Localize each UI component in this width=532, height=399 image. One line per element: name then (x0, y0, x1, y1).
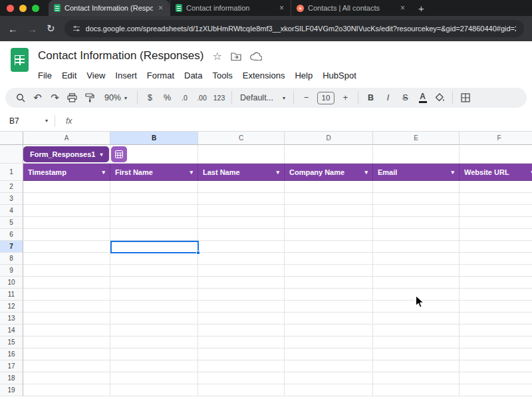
cell-A19[interactable] (23, 384, 110, 396)
cell-E15[interactable] (373, 336, 460, 348)
cell-C8[interactable] (198, 253, 285, 265)
cell-B2[interactable] (110, 181, 198, 193)
cell-D7[interactable] (285, 241, 373, 253)
italic-button[interactable]: I (380, 90, 396, 106)
row-header-18[interactable]: 18 (0, 372, 23, 384)
row-header-14[interactable]: 14 (0, 325, 23, 336)
cell-D10[interactable] (285, 277, 373, 289)
google-sheets-logo-icon[interactable] (11, 48, 29, 72)
cell-D5[interactable] (285, 217, 373, 229)
cell-C16[interactable] (198, 348, 285, 360)
move-folder-icon[interactable] (231, 52, 241, 61)
cell-F2[interactable] (460, 181, 532, 193)
cell-E5[interactable] (373, 217, 460, 229)
cell-F16[interactable] (460, 348, 532, 360)
cell-D13[interactable] (285, 313, 373, 325)
cell-A14[interactable] (23, 325, 110, 336)
tab-close-icon[interactable]: × (399, 3, 406, 13)
chevron-down-icon[interactable]: ▾ (451, 169, 454, 176)
cell-E13[interactable] (373, 313, 460, 325)
cell-D9[interactable] (285, 265, 373, 277)
cell-F[interactable] (460, 145, 532, 164)
cell-A5[interactable] (23, 217, 110, 229)
strikethrough-button[interactable]: S (397, 90, 414, 106)
table-header-cell-E[interactable]: Email▾ (373, 164, 460, 181)
menu-data[interactable]: Data (184, 70, 202, 80)
row-header-15[interactable]: 15 (0, 336, 23, 348)
cell-C14[interactable] (198, 325, 285, 336)
cell-F11[interactable] (460, 289, 532, 301)
cell-B6[interactable] (110, 229, 198, 241)
search-icon[interactable] (12, 90, 29, 106)
menu-help[interactable]: Help (295, 70, 313, 80)
reload-button[interactable]: ↻ (47, 23, 55, 35)
text-color-button[interactable]: A (414, 90, 431, 106)
cell-C2[interactable] (198, 181, 285, 193)
cell-B8[interactable] (110, 253, 198, 265)
row-header-17[interactable]: 17 (0, 360, 23, 372)
row-header-10[interactable]: 10 (0, 277, 23, 289)
font-selector[interactable]: Default... ▾ (236, 90, 289, 106)
cell-F7[interactable] (460, 241, 532, 253)
table-header-cell-F[interactable]: Website URL▾ (460, 164, 532, 181)
cell-F5[interactable] (460, 217, 532, 229)
cell-F8[interactable] (460, 253, 532, 265)
star-icon[interactable]: ☆ (212, 50, 221, 63)
cell-F9[interactable] (460, 265, 532, 277)
cell-D17[interactable] (285, 360, 373, 372)
print-button[interactable] (64, 90, 80, 106)
name-box[interactable]: B7 ▾ (0, 116, 55, 126)
cell-C10[interactable] (198, 277, 285, 289)
cell-E18[interactable] (373, 372, 460, 384)
cell-B19[interactable] (110, 384, 198, 396)
column-header-A[interactable]: A (23, 132, 110, 145)
cell-E7[interactable] (373, 241, 460, 253)
document-title[interactable]: Contact Information (Responses) (38, 49, 203, 63)
cell-A7[interactable] (23, 241, 110, 253)
cell-C15[interactable] (198, 336, 285, 348)
increase-font-size-button[interactable]: + (337, 90, 354, 106)
row-header-3[interactable]: 3 (0, 193, 23, 205)
row-header-11[interactable]: 11 (0, 289, 23, 301)
browser-tab[interactable]: Contact information× (170, 0, 291, 16)
forward-button[interactable]: → (27, 23, 37, 35)
menu-file[interactable]: File (38, 70, 52, 80)
table-header-cell-B[interactable]: First Name▾ (110, 164, 198, 181)
window-close-button[interactable] (7, 5, 14, 12)
cell-A3[interactable] (23, 193, 110, 205)
chevron-down-icon[interactable]: ▾ (190, 169, 193, 176)
cell-A13[interactable] (23, 313, 110, 325)
row-header-1[interactable]: 1 (0, 164, 23, 181)
row-header-16[interactable]: 16 (0, 348, 23, 360)
chevron-down-icon[interactable]: ▾ (102, 169, 105, 176)
format-percent-button[interactable]: % (159, 90, 176, 106)
back-button[interactable]: ← (8, 23, 18, 35)
cell-A6[interactable] (23, 229, 110, 241)
table-header-cell-D[interactable]: Company Name▾ (285, 164, 373, 181)
table-name-button[interactable]: Form_Responses1 ▾ (23, 146, 109, 162)
cell-E17[interactable] (373, 360, 460, 372)
cell-E2[interactable] (373, 181, 460, 193)
cell-A18[interactable] (23, 372, 110, 384)
row-header-6[interactable]: 6 (0, 229, 23, 241)
cell-F12[interactable] (460, 301, 532, 313)
cell-F17[interactable] (460, 360, 532, 372)
cell-B15[interactable] (110, 336, 198, 348)
cell-F13[interactable] (460, 313, 532, 325)
cell-E9[interactable] (373, 265, 460, 277)
cell-A15[interactable] (23, 336, 110, 348)
new-tab-button[interactable]: + (412, 0, 431, 16)
cell-D12[interactable] (285, 301, 373, 313)
row-header-9[interactable]: 9 (0, 265, 23, 277)
cell-E4[interactable] (373, 205, 460, 217)
cell-C3[interactable] (198, 193, 285, 205)
cell-D11[interactable] (285, 289, 373, 301)
site-settings-icon[interactable] (72, 25, 80, 33)
undo-button[interactable]: ↶ (29, 90, 46, 106)
row-header-13[interactable]: 13 (0, 313, 23, 325)
cell-A4[interactable] (23, 205, 110, 217)
menu-extensions[interactable]: Extensions (243, 70, 285, 80)
borders-button[interactable] (457, 90, 473, 106)
cell-E6[interactable] (373, 229, 460, 241)
table-icon-button[interactable] (111, 146, 127, 162)
